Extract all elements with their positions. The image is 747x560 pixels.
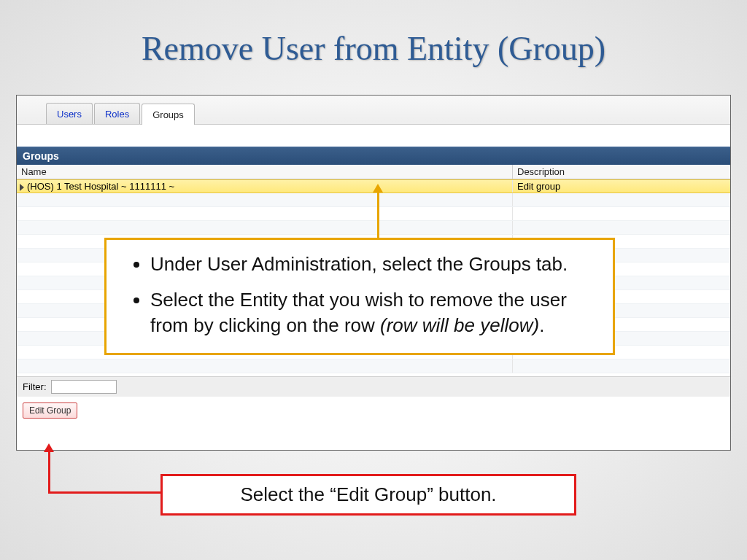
tab-users[interactable]: Users <box>46 103 93 124</box>
arrow-icon <box>48 451 50 493</box>
col-description[interactable]: Description <box>513 165 730 179</box>
edit-group-button[interactable]: Edit Group <box>23 402 77 419</box>
col-name[interactable]: Name <box>17 165 513 179</box>
instruction-item: Select the Entity that you wish to remov… <box>150 287 594 338</box>
tab-groups[interactable]: Groups <box>142 104 195 125</box>
filter-label: Filter: <box>23 381 47 392</box>
filter-input[interactable] <box>51 380 117 394</box>
table-row[interactable] <box>17 221 730 235</box>
table-row[interactable] <box>17 359 730 373</box>
instruction-emphasis: (row will be yellow) <box>380 314 539 336</box>
arrow-icon <box>377 191 379 238</box>
callout-edit-group: Select the “Edit Group” button. <box>160 474 576 516</box>
panel-header: Groups <box>17 147 730 165</box>
table-row[interactable] <box>17 207 730 221</box>
instruction-item: Under User Administration, select the Gr… <box>150 252 594 277</box>
slide-title: Remove User from Entity (Group) <box>0 0 747 68</box>
callout-instructions: Under User Administration, select the Gr… <box>104 238 615 355</box>
button-bar: Edit Group <box>17 397 730 424</box>
tab-strip: Users Roles Groups <box>17 96 730 125</box>
filter-bar: Filter: <box>17 376 730 397</box>
table-row[interactable] <box>17 193 730 207</box>
arrow-icon <box>48 491 160 494</box>
cell-name: (HOS) 1 Test Hospital ~ 1111111 ~ <box>17 180 513 192</box>
instruction-text: . <box>539 314 544 336</box>
cell-desc: Edit group <box>513 180 730 192</box>
column-headers: Name Description <box>17 165 730 179</box>
tab-roles[interactable]: Roles <box>94 103 140 124</box>
